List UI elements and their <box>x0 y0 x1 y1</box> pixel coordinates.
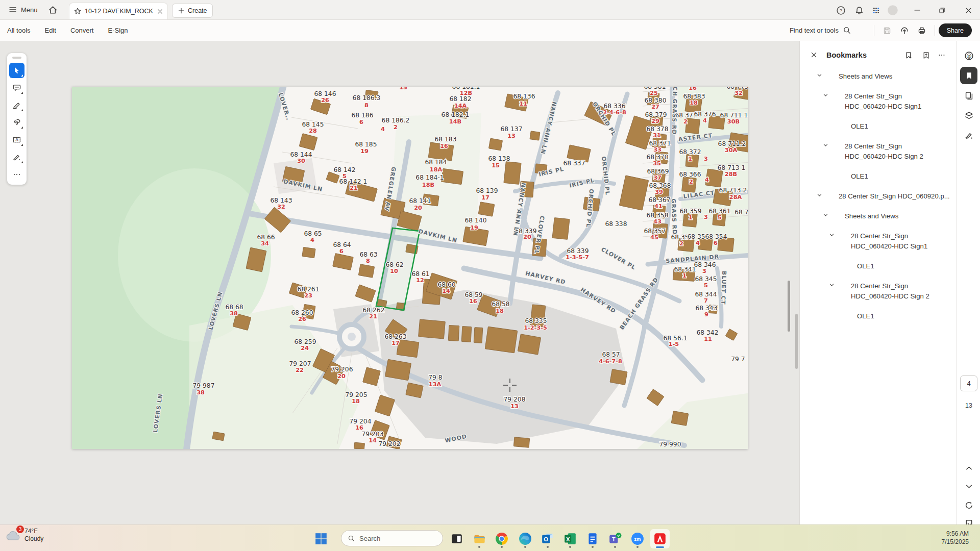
add-bookmark-button[interactable] <box>922 51 930 60</box>
bookmark-item[interactable]: OLE1 <box>800 120 957 140</box>
rail-refresh[interactable] <box>960 496 977 514</box>
select-tool[interactable] <box>9 63 24 78</box>
svg-text:32: 32 <box>277 204 285 210</box>
chevron-down-icon[interactable] <box>822 212 829 218</box>
bookmark-item[interactable]: OLE1 <box>800 170 957 190</box>
chevron-down-icon[interactable] <box>828 282 835 288</box>
rail-next-page[interactable] <box>960 478 977 495</box>
date: 7/15/2025 <box>942 538 969 545</box>
svg-text:6: 6 <box>359 119 363 126</box>
task-view-icon[interactable] <box>447 529 467 548</box>
rail-layers[interactable] <box>960 107 977 124</box>
current-page-input[interactable]: 4 <box>960 375 977 391</box>
more-tools[interactable] <box>9 167 24 182</box>
svg-text:35: 35 <box>653 160 661 167</box>
create-button[interactable]: Create <box>172 4 213 18</box>
svg-text:68 68: 68 68 <box>225 304 243 311</box>
bookmark-item[interactable]: 28 Center Str_SignHDC_060420-HDC Sign1 <box>800 90 957 120</box>
add-text-tool[interactable]: A <box>9 132 24 147</box>
close-panel-button[interactable] <box>810 51 818 59</box>
weather-widget[interactable]: 3 74°F Cloudy <box>5 528 43 543</box>
document-scrollbar[interactable] <box>788 281 790 332</box>
panel-scrollbar[interactable] <box>795 314 798 369</box>
save-button[interactable] <box>883 26 892 35</box>
chevron-down-icon[interactable] <box>828 232 835 238</box>
outlook-icon[interactable]: O <box>538 529 557 548</box>
chevron-down-icon[interactable] <box>822 92 829 98</box>
print-button[interactable] <box>917 26 926 35</box>
taskbar-search[interactable]: Search <box>341 530 443 546</box>
acrobat-icon[interactable] <box>650 529 670 548</box>
rail-fill-sign[interactable] <box>960 127 977 144</box>
star-icon[interactable] <box>74 7 82 15</box>
svg-text:68 263: 68 263 <box>384 333 406 340</box>
svg-text:18A: 18A <box>430 166 443 173</box>
rail-bookmarks[interactable] <box>960 67 977 84</box>
document-tab[interactable]: 10-12 DAVEKIM_ROCK S... <box>69 3 168 19</box>
rail-page-thumbnails[interactable] <box>960 87 977 104</box>
toolbar-grip[interactable] <box>12 57 21 59</box>
rail-previous-page[interactable] <box>960 459 977 477</box>
home-button[interactable] <box>45 3 60 16</box>
document-area[interactable]: 68 1462668 1452868 1443068 1433268 66346… <box>0 41 794 524</box>
menu-edit[interactable]: Edit <box>45 27 56 34</box>
bookmark-item[interactable]: OLE1 <box>800 260 957 280</box>
bookmark-item[interactable]: Sheets and Views <box>800 210 957 230</box>
minimize-button[interactable] <box>911 4 924 17</box>
highlight-tool[interactable] <box>9 97 24 113</box>
svg-text:26: 26 <box>298 316 306 322</box>
share-button[interactable]: Share <box>939 23 972 37</box>
svg-text:30A: 30A <box>725 147 738 154</box>
notifications-button[interactable] <box>852 4 866 17</box>
find-text-button[interactable]: Find text or tools <box>790 20 851 41</box>
map-page[interactable]: 68 1462668 1452868 1443068 1433268 66346… <box>72 87 748 449</box>
panel-options-button[interactable] <box>938 51 946 59</box>
app-menu-button[interactable]: Menu <box>4 2 42 17</box>
chevron-down-icon[interactable] <box>816 72 823 79</box>
comment-tool[interactable] <box>9 80 24 95</box>
clock[interactable]: 9:56 AM 7/15/2025 <box>942 530 969 546</box>
account-avatar[interactable] <box>886 4 899 17</box>
chevron-down-icon[interactable] <box>816 192 823 198</box>
draw-tool[interactable] <box>9 115 24 130</box>
close-window-button[interactable] <box>962 4 975 17</box>
menu-e-sign[interactable]: E-Sign <box>108 27 128 34</box>
bookmark-item[interactable]: OLE1 <box>800 310 957 330</box>
weather-condition: Cloudy <box>24 535 43 542</box>
svg-text:1: 1 <box>689 214 693 221</box>
start-icon[interactable] <box>311 529 331 548</box>
bookmark-item[interactable]: 28 Center Str_SignHDC_060420-HDC Sign 2 <box>800 280 957 310</box>
rail-at-mentions[interactable]: @ <box>960 47 977 64</box>
bookmark-item[interactable]: Sheets and Views <box>800 70 957 90</box>
help-button[interactable]: ? <box>834 4 847 17</box>
blue-docs-app-icon[interactable] <box>583 529 602 548</box>
excel-icon[interactable]: X <box>560 529 580 548</box>
menu-all-tools[interactable]: All tools <box>7 27 31 34</box>
bookmark-item[interactable]: 28 Center Str_SignHDC_060420-HDC Sign 2 <box>800 140 957 170</box>
menu-convert[interactable]: Convert <box>70 27 94 34</box>
teams-icon[interactable]: T <box>605 529 625 548</box>
svg-text:79 8: 79 8 <box>428 374 442 381</box>
svg-text:21: 21 <box>369 313 377 320</box>
chrome-icon[interactable] <box>492 529 511 548</box>
svg-text:20: 20 <box>523 234 531 240</box>
panel-title: Bookmarks <box>826 51 867 59</box>
minimize-icon <box>913 6 921 14</box>
bookmark-item[interactable]: 28 Center Str_SignHDC_060420-HDC Sign1 <box>800 230 957 260</box>
close-tab-icon[interactable] <box>157 8 163 15</box>
total-pages: 13 <box>957 402 980 409</box>
upload-button[interactable] <box>900 26 909 35</box>
restore-button[interactable] <box>935 4 948 17</box>
bookmark-item[interactable]: 28 Center Str_Sign HDC_060920.p... <box>800 190 957 210</box>
svg-text:68 354: 68 354 <box>705 233 727 240</box>
zoom-app-icon[interactable]: zm <box>628 529 647 548</box>
chevron-down-icon[interactable] <box>822 142 829 148</box>
apps-grid-button[interactable] <box>869 4 883 17</box>
svg-text:68 379: 68 379 <box>645 111 667 118</box>
svg-text:68 138: 68 138 <box>488 155 510 162</box>
svg-text:68 59: 68 59 <box>464 291 482 298</box>
fill-sign-tool[interactable] <box>9 149 24 165</box>
file-explorer-icon[interactable] <box>470 529 489 548</box>
bookmark-goto-icon[interactable] <box>904 51 913 60</box>
edge-icon[interactable] <box>516 529 535 548</box>
